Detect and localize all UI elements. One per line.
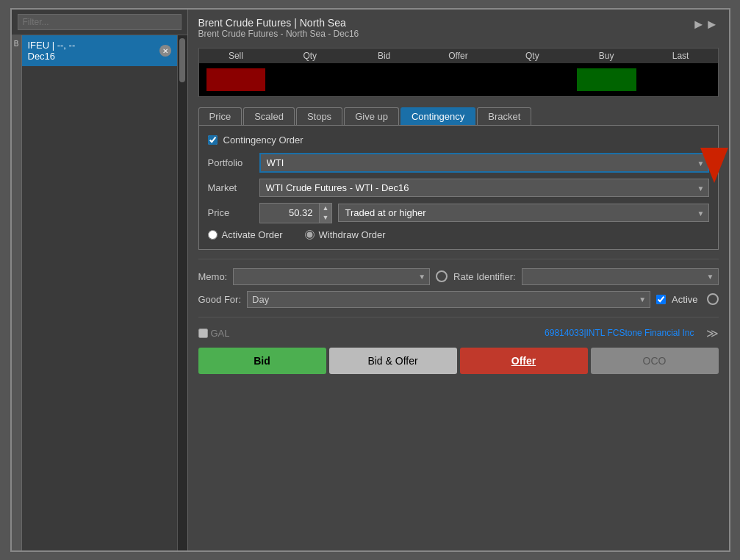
market-label: Market <box>208 182 259 193</box>
col-sell: Sell <box>199 51 273 61</box>
bid-cell <box>347 63 421 96</box>
tab-stops[interactable]: Stops <box>296 107 342 125</box>
col-buy: Buy <box>570 51 644 61</box>
arrow-indicator <box>700 148 728 185</box>
portfolio-select-wrapper: WTI ▼ <box>259 153 709 173</box>
price-table-body <box>199 63 718 96</box>
price-up-button[interactable]: ▲ <box>320 204 332 213</box>
main-header: Brent Crude Futures | North Sea Brent Cr… <box>198 17 719 39</box>
buy-block <box>577 68 636 92</box>
col-offer: Offer <box>421 51 495 61</box>
rate-select[interactable] <box>522 268 719 285</box>
main-content: Brent Crude Futures | North Sea Brent Cr… <box>188 10 729 550</box>
close-icon[interactable]: ✕ <box>159 45 171 57</box>
sidebar-b-label: B <box>12 35 22 550</box>
tabs: Price Scaled Stops Give up Contingency B… <box>198 107 719 125</box>
contingency-checkbox-row: Contingency Order <box>208 134 709 146</box>
collapse-icon[interactable]: ►► <box>692 17 719 32</box>
tab-price[interactable]: Price <box>198 107 243 125</box>
portfolio-label: Portfolio <box>208 157 259 168</box>
goodfor-row: Good For: Day ▼ Active <box>198 291 719 308</box>
goodfor-select-wrapper: Day ▼ <box>247 291 650 308</box>
withdraw-radio-item: Withdraw Order <box>305 229 386 240</box>
sidebar-item-label-line1: IFEU | --, -- <box>28 40 159 51</box>
goodfor-select[interactable]: Day <box>247 291 650 308</box>
activate-label: Activate Order <box>222 229 283 240</box>
price-row: Price ▲ ▼ Traded at or higher ▼ <box>208 203 709 223</box>
sidebar: B IFEU | --, -- Dec16 ✕ <box>12 10 188 550</box>
contingency-checkbox[interactable] <box>208 135 218 145</box>
price-condition-wrapper: Traded at or higher ▼ <box>338 204 708 222</box>
oco-button[interactable]: OCO <box>591 348 719 374</box>
price-condition-select[interactable]: Traded at or higher <box>338 204 708 222</box>
sidebar-content: IFEU | --, -- Dec16 ✕ <box>22 35 177 550</box>
gal-row: GAL 69814033|INTL FCStone Financial Inc … <box>198 326 719 340</box>
portfolio-select[interactable]: WTI <box>259 153 709 173</box>
tab-giveup[interactable]: Give up <box>344 107 399 125</box>
scrollbar-thumb <box>179 38 185 82</box>
sidebar-item-ifeu[interactable]: IFEU | --, -- Dec16 ✕ <box>22 35 177 66</box>
active-label: Active <box>672 294 697 305</box>
memo-select-wrapper: ▼ <box>233 268 430 285</box>
tab-contingency[interactable]: Contingency <box>400 107 475 125</box>
goodfor-label: Good For: <box>198 294 242 305</box>
main-subtitle: Brent Crude Futures - North Sea - Dec16 <box>198 29 719 39</box>
bottom-section: Memo: ▼ Rate Identifier: ▼ Good For: Day <box>198 256 719 340</box>
withdraw-radio[interactable] <box>305 230 315 240</box>
tab-scaled[interactable]: Scaled <box>243 107 295 125</box>
action-buttons: Bid Bid & Offer Offer OCO <box>198 348 719 374</box>
divider-2 <box>198 317 719 317</box>
memo-label: Memo: <box>198 271 228 282</box>
price-down-button[interactable]: ▼ <box>320 213 332 223</box>
memo-row: Memo: ▼ Rate Identifier: ▼ <box>198 268 719 285</box>
col-qty1: Qty <box>273 51 347 61</box>
svg-marker-0 <box>700 148 728 183</box>
market-select[interactable]: WTI Crude Futures - WTI - Dec16 <box>259 179 709 197</box>
activate-radio-item: Activate Order <box>208 229 283 240</box>
filter-input[interactable] <box>18 14 182 30</box>
qty2-cell <box>495 63 570 96</box>
gal-checkbox[interactable] <box>198 329 208 338</box>
col-bid: Bid <box>347 51 421 61</box>
firm-info: 69814033|INTL FCStone Financial Inc <box>545 328 694 338</box>
activate-radio[interactable] <box>208 230 218 240</box>
price-input[interactable] <box>260 204 319 221</box>
sidebar-scrollbar[interactable] <box>177 35 187 550</box>
price-table: Sell Qty Bid Offer Qty Buy Last <box>198 48 719 97</box>
buy-cell <box>570 63 644 96</box>
price-spinners: ▲ ▼ <box>319 204 332 223</box>
radio-row: Activate Order Withdraw Order <box>208 229 709 240</box>
market-row: Market WTI Crude Futures - WTI - Dec16 ▼ <box>208 179 709 197</box>
price-table-header: Sell Qty Bid Offer Qty Buy Last <box>199 49 718 63</box>
withdraw-label: Withdraw Order <box>319 229 386 240</box>
gal-checkbox-wrapper: GAL <box>198 328 230 339</box>
active-checkbox[interactable] <box>656 295 666 304</box>
offer-cell <box>421 63 495 96</box>
sidebar-list-area: B IFEU | --, -- Dec16 ✕ <box>12 35 187 550</box>
gal-label: GAL <box>211 328 230 339</box>
rate-identifier-label: Rate Identifier: <box>453 271 516 282</box>
divider-1 <box>198 259 719 259</box>
market-select-wrapper: WTI Crude Futures - WTI - Dec16 ▼ <box>259 179 709 197</box>
tab-bracket[interactable]: Bracket <box>477 107 531 125</box>
sell-cell <box>199 63 273 96</box>
memo-select[interactable] <box>233 268 430 285</box>
col-last: Last <box>644 51 718 61</box>
expand-bottom-icon[interactable]: ≫ <box>706 326 719 340</box>
col-qty2: Qty <box>495 51 570 61</box>
rate-select-wrapper: ▼ <box>522 268 719 285</box>
bid-button[interactable]: Bid <box>198 348 326 374</box>
contingency-checkbox-label: Contingency Order <box>223 134 303 146</box>
contingency-panel: Contingency Order Portfolio WTI ▼ Market… <box>198 125 719 250</box>
offer-button[interactable]: Offer <box>460 348 588 374</box>
sell-block <box>206 68 266 92</box>
circle-icon <box>436 270 448 282</box>
price-input-wrapper: ▲ ▼ <box>259 203 333 223</box>
bid-offer-button[interactable]: Bid & Offer <box>329 348 457 374</box>
qty1-cell <box>273 63 347 96</box>
main-title: Brent Crude Futures | North Sea <box>198 17 719 29</box>
active-circle-icon <box>707 293 719 305</box>
sidebar-item-label-line2: Dec16 <box>28 51 159 62</box>
portfolio-row: Portfolio WTI ▼ <box>208 153 709 173</box>
price-label: Price <box>208 207 259 218</box>
